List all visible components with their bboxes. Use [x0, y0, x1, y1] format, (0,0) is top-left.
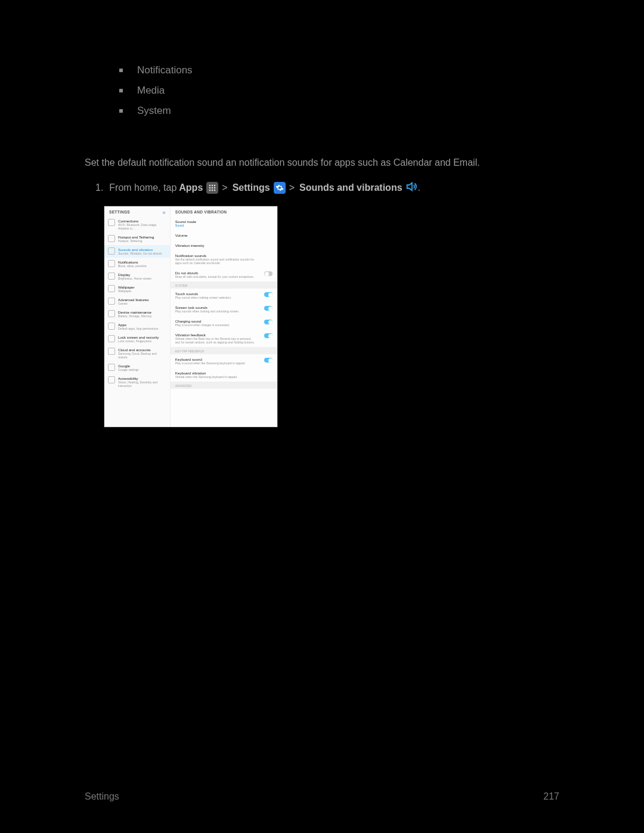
setting-subtitle: Vibrate when the Back key or the Recents…: [175, 337, 255, 344]
list-item-subtitle: Wi-Fi, Bluetooth, Data usage, Airplane m…: [118, 223, 166, 230]
toggle-switch[interactable]: [264, 292, 273, 297]
setting-title: Screen lock sounds: [175, 305, 240, 309]
setting-item[interactable]: Vibration feedbackVibrate when the Back …: [171, 330, 277, 347]
settings-list-item[interactable]: AppsDefault apps, App permissions: [104, 320, 170, 333]
setting-item[interactable]: Do not disturbMute all calls and alerts,…: [171, 268, 277, 281]
group-header: SYSTEM: [171, 281, 277, 289]
list-item-subtitle: Google settings: [118, 368, 139, 371]
step-prefix: From home, tap: [109, 182, 177, 193]
toggle-switch[interactable]: [264, 271, 273, 276]
settings-list-item[interactable]: AccessibilityVision, Hearing, Dexterity …: [104, 374, 170, 390]
toggle-switch[interactable]: [264, 306, 273, 311]
bullet-icon: [119, 69, 123, 72]
setting-subtitle: Play a sound when charger is connected.: [175, 323, 230, 327]
list-item-title: Device maintenance: [118, 310, 152, 314]
svg-point-6: [209, 190, 211, 191]
list-item-icon: [108, 247, 115, 255]
setting-title: Do not disturb: [175, 271, 254, 275]
setting-subtitle: Set the default notification sound and n…: [175, 258, 255, 265]
group-header: ADVANCED: [171, 382, 277, 389]
setting-title: Volume: [175, 233, 188, 237]
settings-gear-icon: [274, 182, 286, 194]
search-icon[interactable]: ⌕: [163, 210, 165, 214]
setting-title: Touch sounds: [175, 292, 232, 296]
svg-point-1: [212, 185, 213, 187]
list-item-icon: [108, 298, 115, 305]
list-item-title: Advanced features: [118, 298, 149, 302]
list-item-title: Connections: [118, 219, 166, 223]
toggle-switch[interactable]: [264, 333, 273, 338]
settings-list-item[interactable]: WallpaperWallpaper: [104, 283, 170, 295]
list-item-icon: [108, 335, 115, 342]
svg-point-5: [214, 187, 216, 189]
settings-list-item[interactable]: Lock screen and securityLock screen, Fin…: [104, 333, 170, 345]
separator: >: [289, 182, 295, 193]
section-description: Set the default notification sound an no…: [85, 157, 559, 168]
bullet-item: Media: [119, 85, 193, 97]
setting-item[interactable]: Keyboard soundPlay a sound when the Sams…: [171, 354, 277, 368]
settings-list-item[interactable]: Device maintenanceBattery, Storage, Memo…: [104, 308, 170, 320]
setting-item[interactable]: Screen lock soundsPlay sounds when locki…: [171, 302, 277, 316]
page-number: 217: [543, 791, 559, 802]
list-item-subtitle: Battery, Storage, Memory: [118, 314, 152, 318]
settings-list-pane: SETTINGS ⌕ ConnectionsWi-Fi, Bluetooth, …: [104, 206, 171, 427]
settings-list-item[interactable]: DisplayBrightness, Home screen: [104, 270, 170, 283]
setting-item[interactable]: Notification soundsSet the default notif…: [171, 250, 277, 268]
svg-point-3: [209, 187, 211, 189]
list-item-title: Sounds and vibration: [118, 247, 162, 252]
list-item-icon: [108, 272, 115, 280]
setting-title: Keyboard sound: [175, 357, 246, 361]
settings-list-item[interactable]: Hotspot and TetheringHotspot, Tethering: [104, 233, 170, 245]
setting-subtitle: Mute all calls and alerts, except for yo…: [175, 275, 254, 278]
list-item-title: Accessibility: [118, 376, 166, 380]
list-item-title: Hotspot and Tethering: [118, 235, 154, 239]
setting-item[interactable]: Charging soundPlay a sound when charger …: [171, 316, 277, 330]
speaker-icon: [405, 180, 418, 196]
bullet-item: System: [119, 105, 193, 117]
list-item-icon: [108, 348, 115, 355]
step-1: 1. From home, tap Apps > Settings > Soun…: [95, 180, 420, 196]
settings-list-item[interactable]: ConnectionsWi-Fi, Bluetooth, Data usage,…: [104, 216, 170, 233]
list-item-title: Notifications: [118, 260, 147, 264]
list-item-title: Apps: [118, 323, 159, 327]
settings-list-item[interactable]: GoogleGoogle settings: [104, 361, 170, 374]
settings-list-item[interactable]: Cloud and accountsSamsung Cloud, Backup …: [104, 345, 170, 361]
list-item-icon: [108, 219, 115, 226]
bullet-text: System: [137, 105, 171, 117]
group-header: KEY-TAP FEEDBACK: [171, 347, 277, 354]
list-item-icon: [108, 364, 115, 371]
svg-point-0: [209, 185, 211, 187]
apps-label: Apps: [179, 182, 203, 193]
setting-item[interactable]: Volume: [171, 230, 277, 240]
list-item-icon: [108, 285, 115, 292]
list-item-title: Lock screen and security: [118, 335, 159, 339]
settings-list-item[interactable]: Sounds and vibrationSounds, Vibration, D…: [104, 245, 170, 258]
setting-item[interactable]: Touch soundsPlay sound when making scree…: [171, 289, 277, 302]
setting-item[interactable]: Sound modeSound: [171, 216, 277, 230]
list-item-icon: [108, 376, 115, 383]
bullet-text: Media: [137, 85, 165, 97]
apps-icon: [206, 182, 218, 194]
list-item-icon: [108, 323, 115, 330]
settings-list-item[interactable]: Advanced featuresGames: [104, 295, 170, 308]
list-item-icon: [108, 235, 115, 242]
separator: >: [222, 182, 227, 193]
settings-header-title: SETTINGS: [109, 210, 130, 214]
setting-title: Notification sounds: [175, 253, 255, 258]
toggle-switch[interactable]: [264, 358, 273, 363]
toggle-switch[interactable]: [264, 320, 273, 324]
setting-item[interactable]: Vibration intensity: [171, 240, 277, 250]
settings-list-item[interactable]: NotificationsBlock, allow, prioritize: [104, 258, 170, 270]
list-item-subtitle: Sounds, Vibration, Do not disturb: [118, 252, 162, 255]
setting-value: Sound: [175, 224, 196, 227]
setting-item[interactable]: Keyboard vibrationVibrate when the Samsu…: [171, 368, 277, 382]
setting-title: Charging sound: [175, 319, 230, 323]
setting-title: Vibration feedback: [175, 333, 255, 337]
setting-title: Vibration intensity: [175, 243, 205, 247]
list-item-subtitle: Samsung Cloud, Backup and restore: [118, 352, 166, 359]
svg-point-7: [212, 190, 213, 191]
setting-subtitle: Play a sound when the Samsung keyboard i…: [175, 361, 246, 365]
list-item-subtitle: Vision, Hearing, Dexterity and interacti…: [118, 380, 166, 388]
list-item-subtitle: Lock screen, Fingerprints: [118, 339, 159, 343]
list-item-subtitle: Hotspot, Tethering: [118, 239, 154, 243]
